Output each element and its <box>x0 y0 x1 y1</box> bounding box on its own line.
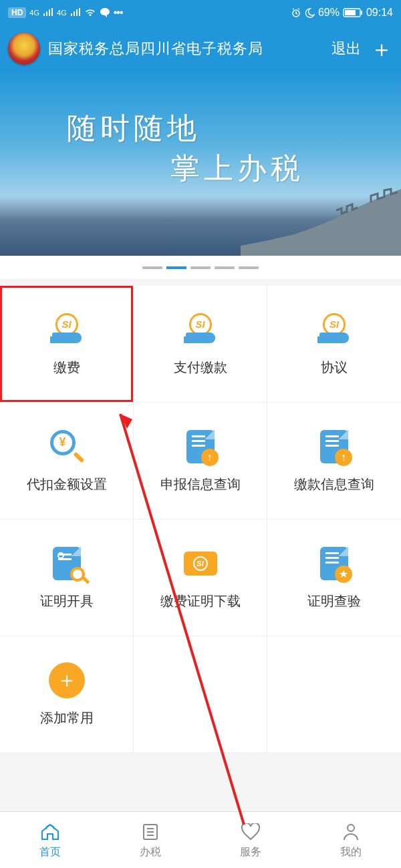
svg-rect-2 <box>345 10 356 15</box>
grid-item-declare-query[interactable]: ↑ 申报信息查询 <box>134 403 267 519</box>
nav-label: 服务 <box>240 845 261 859</box>
grid-item-deduction-setting[interactable]: ¥ 代扣金额设置 <box>0 403 134 519</box>
document-star-icon: ★ <box>316 545 353 582</box>
document-search-icon <box>48 545 85 582</box>
bottom-nav: 首页 办税 服务 我的 <box>0 811 401 868</box>
carousel-dot[interactable] <box>239 266 259 269</box>
document-upload-icon: ↑ <box>182 428 219 465</box>
carousel-dot[interactable] <box>215 266 235 269</box>
logout-button[interactable]: 退出 <box>331 39 361 59</box>
pay-tax-icon: SI <box>182 311 219 348</box>
carousel-dot[interactable] <box>190 266 211 269</box>
home-icon <box>39 821 61 843</box>
carousel-indicator <box>0 256 401 279</box>
add-circle-icon: ＋ <box>48 662 85 698</box>
battery-text: 69% <box>318 7 340 19</box>
network-4g-icon: 4G <box>29 9 39 17</box>
clock-text: 09:14 <box>366 7 393 19</box>
person-icon <box>340 821 362 843</box>
nav-tax[interactable]: 办税 <box>100 812 200 868</box>
svg-point-10 <box>348 825 354 831</box>
function-grid: SI 缴费 SI 支付缴款 SI 协议 ¥ <box>0 286 401 753</box>
grid-item-certificate-issue[interactable]: 证明开具 <box>0 519 134 636</box>
dots-icon: ••• <box>114 7 123 19</box>
hd-icon: HD <box>8 7 26 18</box>
svg-rect-3 <box>361 11 362 15</box>
grid-label: 申报信息查询 <box>160 475 241 493</box>
grid-empty <box>134 636 267 753</box>
nav-service[interactable]: 服务 <box>200 812 301 868</box>
nav-label: 我的 <box>340 845 362 859</box>
wifi-icon <box>84 8 96 17</box>
grid-label: 缴费证明下载 <box>160 592 241 610</box>
network-4g-icon-2: 4G <box>57 9 67 17</box>
signal-icon <box>43 8 53 17</box>
grid-label: 添加常用 <box>40 709 94 727</box>
banner[interactable]: 随时随地 掌上办税 <box>0 72 401 256</box>
grid-label: 证明查验 <box>307 592 361 610</box>
moon-icon <box>305 8 315 18</box>
nav-home[interactable]: 首页 <box>0 812 100 868</box>
grid-item-payment-query[interactable]: ↑ 缴款信息查询 <box>267 403 401 519</box>
grid-empty <box>267 636 401 753</box>
nav-profile[interactable]: 我的 <box>301 812 401 868</box>
grid-item-pay-tax[interactable]: SI 支付缴款 <box>134 286 267 403</box>
nav-label: 办税 <box>140 845 161 859</box>
grid-item-agreement[interactable]: SI 协议 <box>267 286 401 403</box>
grid-item-payment[interactable]: SI 缴费 <box>0 286 134 403</box>
grid-item-certificate-verify[interactable]: ★ 证明查验 <box>267 519 401 636</box>
tax-emblem-icon <box>8 33 40 65</box>
carousel-dot[interactable] <box>142 266 162 269</box>
agreement-icon: SI <box>316 311 353 348</box>
grid-item-certificate-download[interactable]: SI 缴费证明下载 <box>134 519 267 636</box>
chat-icon <box>100 7 110 18</box>
grid-label: 支付缴款 <box>174 359 227 377</box>
grid-label: 缴费 <box>53 359 80 377</box>
carousel-dot[interactable] <box>166 266 186 269</box>
payment-icon: SI <box>48 311 85 348</box>
status-bar: HD 4G 4G ••• 69% 09:14 <box>0 0 401 25</box>
card-si-icon: SI <box>182 545 219 582</box>
grid-item-add-favorite[interactable]: ＋ 添加常用 <box>0 636 134 753</box>
grid-label: 缴款信息查询 <box>294 475 374 493</box>
banner-slogan-line1: 随时随地 <box>67 109 200 148</box>
alarm-icon <box>291 7 301 18</box>
add-button[interactable]: ＋ <box>370 37 393 60</box>
nav-label: 首页 <box>39 845 61 859</box>
app-title: 国家税务总局四川省电子税务局 <box>48 39 331 59</box>
grid-label: 协议 <box>321 359 348 377</box>
status-left: HD 4G 4G ••• <box>8 7 123 19</box>
battery-icon <box>343 8 363 17</box>
heart-icon <box>240 821 261 843</box>
magnifier-yuan-icon: ¥ <box>48 428 85 465</box>
great-wall-illustration <box>241 176 401 256</box>
grid-label: 代扣金额设置 <box>27 475 107 493</box>
app-header: 国家税务总局四川省电子税务局 退出 ＋ <box>0 25 401 72</box>
list-icon <box>140 821 161 843</box>
signal-icon-2 <box>70 8 81 17</box>
grid-label: 证明开具 <box>40 592 94 610</box>
status-right: 69% 09:14 <box>291 7 393 19</box>
document-upload-icon: ↑ <box>316 428 353 465</box>
